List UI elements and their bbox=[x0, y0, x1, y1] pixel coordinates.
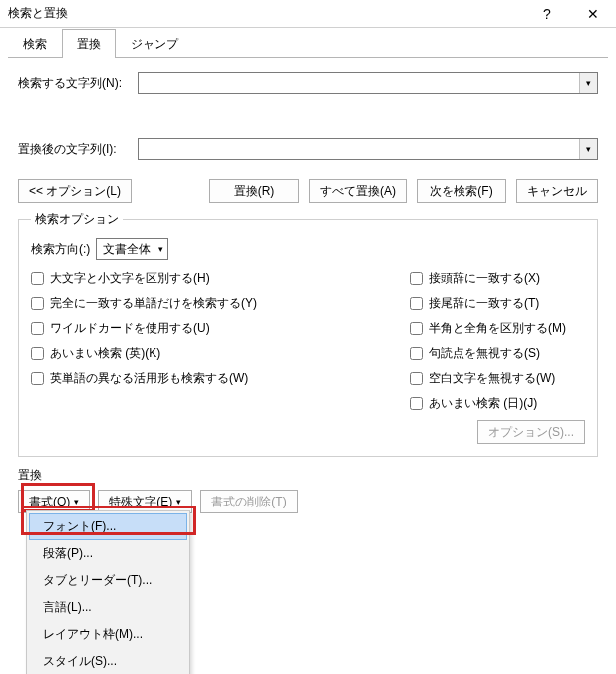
replace-input[interactable] bbox=[139, 139, 579, 159]
tab-replace[interactable]: 置換 bbox=[62, 29, 116, 58]
menu-language[interactable]: 言語(L)... bbox=[29, 594, 187, 621]
menu-paragraph[interactable]: 段落(P)... bbox=[29, 540, 187, 567]
chk-punct[interactable]: 句読点を無視する(S) bbox=[410, 345, 566, 362]
replace-label: 置換後の文字列(I): bbox=[18, 138, 138, 158]
replace-dropdown-button[interactable]: ▾ bbox=[579, 139, 597, 159]
find-row: 検索する文字列(N): ▾ bbox=[18, 72, 598, 94]
cancel-button[interactable]: キャンセル bbox=[516, 179, 598, 203]
replace-all-button[interactable]: すべて置換(A) bbox=[309, 179, 407, 203]
chk-whitespace[interactable]: 空白文字を無視する(W) bbox=[410, 370, 566, 387]
chk-fuzzy-ja[interactable]: あいまい検索 (日)(J) bbox=[410, 395, 566, 412]
menu-frame[interactable]: レイアウト枠(M)... bbox=[29, 621, 187, 648]
help-button[interactable]: ? bbox=[524, 0, 570, 28]
chk-fuzzy-en[interactable]: あいまい検索 (英)(K) bbox=[31, 345, 410, 362]
tab-strip: 検索 置換 ジャンプ bbox=[0, 28, 616, 58]
replace-row: 置換後の文字列(I): ▾ bbox=[18, 138, 598, 160]
chk-wildcard[interactable]: ワイルドカードを使用する(U) bbox=[31, 320, 410, 337]
format-heading: 置換 bbox=[18, 467, 598, 484]
clear-format-button[interactable]: 書式の削除(T) bbox=[200, 490, 297, 513]
close-button[interactable]: ✕ bbox=[570, 0, 616, 28]
chevron-down-icon: ▾ bbox=[586, 144, 591, 154]
options-s-button[interactable]: オプション(S)... bbox=[477, 420, 585, 444]
direction-select[interactable]: 文書全体 ▾ bbox=[96, 238, 168, 260]
chevron-down-icon: ▾ bbox=[176, 497, 181, 506]
chk-prefix[interactable]: 接頭辞に一致する(X) bbox=[410, 270, 566, 287]
direction-row: 検索方向(:) 文書全体 ▾ bbox=[31, 238, 585, 260]
action-buttons: << オプション(L) 置換(R) すべて置換(A) 次を検索(F) キャンセル bbox=[18, 179, 598, 203]
format-menu: フォント(F)... 段落(P)... タブとリーダー(T)... 言語(L).… bbox=[26, 510, 190, 674]
chk-wordforms[interactable]: 英単語の異なる活用形も検索する(W) bbox=[31, 370, 410, 387]
window-title: 検索と置換 bbox=[8, 5, 524, 22]
menu-tabs[interactable]: タブとリーダー(T)... bbox=[29, 567, 187, 594]
chk-suffix[interactable]: 接尾辞に一致する(T) bbox=[410, 295, 566, 312]
find-input[interactable] bbox=[139, 73, 579, 93]
tab-find[interactable]: 検索 bbox=[8, 29, 62, 58]
tab-jump[interactable]: ジャンプ bbox=[116, 29, 193, 58]
replace-combo[interactable]: ▾ bbox=[138, 138, 598, 160]
dialog-body: 検索する文字列(N): ▾ 置換後の文字列(I): ▾ << オプション(L) … bbox=[0, 58, 616, 527]
options-collapse-button[interactable]: << オプション(L) bbox=[18, 179, 132, 203]
chevron-down-icon: ▾ bbox=[158, 244, 163, 254]
find-combo[interactable]: ▾ bbox=[138, 72, 598, 94]
chevron-down-icon: ▾ bbox=[586, 78, 591, 88]
direction-label: 検索方向(:) bbox=[31, 241, 90, 258]
find-next-button[interactable]: 次を検索(F) bbox=[417, 179, 506, 203]
menu-style[interactable]: スタイル(S)... bbox=[29, 648, 187, 674]
find-label: 検索する文字列(N): bbox=[18, 72, 138, 92]
chk-whole-word[interactable]: 完全に一致する単語だけを検索する(Y) bbox=[31, 295, 410, 312]
replace-button[interactable]: 置換(R) bbox=[209, 179, 299, 203]
chk-width[interactable]: 半角と全角を区別する(M) bbox=[410, 320, 566, 337]
search-options-group: 検索オプション 検索方向(:) 文書全体 ▾ 大文字と小文字を区別する(H) 完… bbox=[18, 211, 598, 457]
chk-match-case[interactable]: 大文字と小文字を区別する(H) bbox=[31, 270, 410, 287]
find-dropdown-button[interactable]: ▾ bbox=[579, 73, 597, 93]
menu-font[interactable]: フォント(F)... bbox=[29, 513, 187, 540]
chevron-down-icon: ▾ bbox=[74, 497, 79, 506]
search-options-legend: 検索オプション bbox=[31, 211, 123, 228]
direction-value: 文書全体 bbox=[103, 241, 151, 258]
titlebar: 検索と置換 ? ✕ bbox=[0, 0, 616, 28]
